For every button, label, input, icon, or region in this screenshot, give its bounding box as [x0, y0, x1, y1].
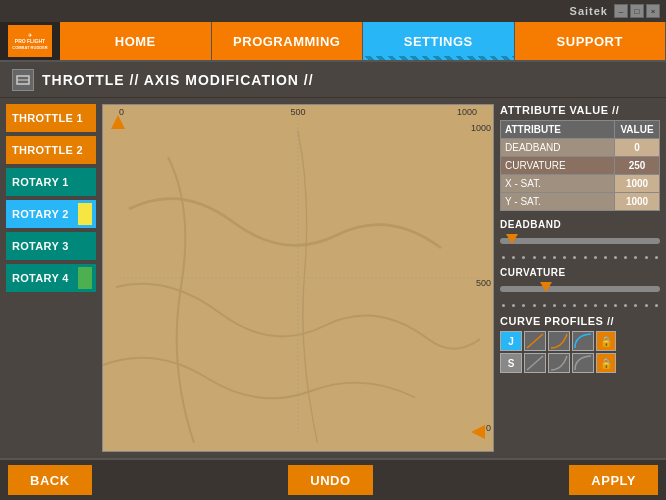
channel-throttle1[interactable]: THROTTLE 1 [6, 104, 96, 132]
main-content: THROTTLE 1 THROTTLE 2 ROTARY 1 ROTARY 2 … [0, 98, 666, 458]
attribute-section: ATTRIBUTE VALUE // ATTRIBUTE VALUE DEADB… [500, 104, 660, 211]
profile-j-curve2[interactable] [548, 331, 570, 351]
right-panel: ATTRIBUTE VALUE // ATTRIBUTE VALUE DEADB… [500, 104, 660, 452]
window-controls: – □ × [614, 4, 660, 18]
profile-s-curve1[interactable] [524, 353, 546, 373]
profile-j-lock[interactable]: 🔒 [596, 331, 616, 351]
curvature-dots [500, 304, 660, 307]
logo-line2: COMBAT RUDDER [12, 45, 47, 50]
attr-value-ysat: 1000 [615, 193, 660, 211]
deadband-label: DEADBAND [500, 219, 660, 230]
channel-rotary1[interactable]: ROTARY 1 [6, 168, 96, 196]
attr-name-curvature: CURVATURE [501, 157, 615, 175]
page-header: THROTTLE // AXIS MODIFICATION // [0, 62, 666, 98]
profile-j-curve1[interactable] [524, 331, 546, 351]
channel-rotary3[interactable]: ROTARY 3 [6, 232, 96, 260]
profile-j-button[interactable]: J [500, 331, 522, 351]
profile-s-button[interactable]: S [500, 353, 522, 373]
rotary4-indicator [78, 267, 92, 289]
svg-marker-5 [471, 425, 485, 439]
rotary2-indicator [78, 203, 92, 225]
attr-name-xsat: X - SAT. [501, 175, 615, 193]
tab-support[interactable]: SUPPORT [515, 22, 667, 60]
deadband-thumb[interactable] [506, 234, 518, 244]
tab-settings[interactable]: SETTINGS [363, 22, 515, 60]
bottom-bar: BACK UNDO APPLY [0, 458, 666, 500]
attr-name-ysat: Y - SAT. [501, 193, 615, 211]
chart-arrow-up [111, 115, 125, 133]
col-value: VALUE [615, 121, 660, 139]
chart-arrow-right [471, 425, 485, 443]
attr-name-deadband: DEADBAND [501, 139, 615, 157]
tab-programming[interactable]: PROGRAMMING [212, 22, 364, 60]
nav-bar: ✈PRO FLIGHT COMBAT RUDDER HOME PROGRAMMI… [0, 22, 666, 62]
attr-value-xsat: 1000 [615, 175, 660, 193]
col-attribute: ATTRIBUTE [501, 121, 615, 139]
back-button[interactable]: BACK [8, 465, 92, 495]
curve-chart: 0 500 1000 1000 500 0 [102, 104, 494, 452]
attr-value-deadband: 0 [615, 139, 660, 157]
attr-value-curvature: 250 [615, 157, 660, 175]
undo-button[interactable]: UNDO [288, 465, 372, 495]
apply-button[interactable]: APPLY [569, 465, 658, 495]
curve-profiles-title: CURVE PROFILES // [500, 315, 660, 327]
page-icon [12, 69, 34, 91]
svg-marker-6 [111, 115, 125, 129]
svg-line-7 [527, 334, 543, 348]
attribute-section-title: ATTRIBUTE VALUE // [500, 104, 660, 116]
deadband-track[interactable] [500, 238, 660, 244]
app-logo: ✈PRO FLIGHT COMBAT RUDDER [0, 22, 60, 60]
svg-line-8 [527, 356, 543, 370]
attr-row-deadband: DEADBAND 0 [501, 139, 660, 157]
page-title: THROTTLE // AXIS MODIFICATION // [42, 72, 314, 88]
attr-row-ysat: Y - SAT. 1000 [501, 193, 660, 211]
channel-throttle2[interactable]: THROTTLE 2 [6, 136, 96, 164]
attr-row-curvature: CURVATURE 250 [501, 157, 660, 175]
curve-svg [119, 123, 477, 433]
close-button[interactable]: × [646, 4, 660, 18]
deadband-section: DEADBAND [500, 219, 660, 259]
brand-label: Saitek [570, 5, 608, 17]
profile-s-curve2[interactable] [548, 353, 570, 373]
curvature-section: CURVATURE [500, 267, 660, 307]
curve-profiles-section: CURVE PROFILES // J 🔒 S [500, 315, 660, 375]
top-bar: Saitek – □ × [0, 0, 666, 22]
curvature-track[interactable] [500, 286, 660, 292]
profile-j-curve3[interactable] [572, 331, 594, 351]
attr-row-xsat: X - SAT. 1000 [501, 175, 660, 193]
channel-rotary4[interactable]: ROTARY 4 [6, 264, 96, 292]
logo-line1: PRO FLIGHT [15, 38, 45, 44]
tab-home[interactable]: HOME [60, 22, 212, 60]
curvature-label: CURVATURE [500, 267, 660, 278]
profile-row-s: S 🔒 [500, 353, 660, 373]
channel-rotary2[interactable]: ROTARY 2 [6, 200, 96, 228]
profile-s-curve3[interactable] [572, 353, 594, 373]
minimize-button[interactable]: – [614, 4, 628, 18]
attribute-table: ATTRIBUTE VALUE DEADBAND 0 CURVATURE 250… [500, 120, 660, 211]
channel-list: THROTTLE 1 THROTTLE 2 ROTARY 1 ROTARY 2 … [6, 104, 96, 452]
profile-s-lock[interactable]: 🔒 [596, 353, 616, 373]
maximize-button[interactable]: □ [630, 4, 644, 18]
profile-row-j: J 🔒 [500, 331, 660, 351]
deadband-dots [500, 256, 660, 259]
curvature-thumb[interactable] [540, 282, 552, 292]
